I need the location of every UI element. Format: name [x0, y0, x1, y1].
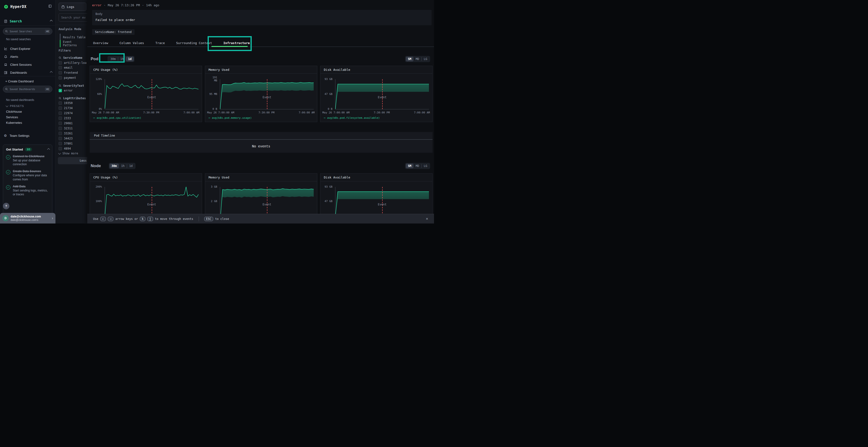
- range-1d-button[interactable]: 1d: [127, 164, 135, 168]
- checkbox[interactable]: [59, 127, 62, 130]
- filter-option[interactable]: 37801: [59, 142, 72, 145]
- less-filters-button[interactable]: Less fil: [58, 157, 87, 164]
- checkbox[interactable]: [59, 106, 62, 110]
- range-30m-button[interactable]: 30m: [110, 164, 119, 168]
- tab-surrounding-context[interactable]: Surrounding Context: [176, 41, 212, 45]
- y-tick-label: 100%: [90, 200, 102, 203]
- get-started-item[interactable]: ✓ Add Data Start sending logs, metrics, …: [6, 185, 49, 196]
- range-1h-button[interactable]: 1h: [118, 57, 126, 61]
- sidebar-item-alerts[interactable]: Alerts: [4, 54, 52, 60]
- saved-dashboards-input[interactable]: Saved Dashboards ⌘K: [3, 86, 52, 93]
- filter-option[interactable]: 29081: [59, 122, 72, 125]
- size-lg-button[interactable]: LG: [422, 57, 429, 61]
- sidebar-item-chart-explorer[interactable]: Chart Explorer: [4, 46, 52, 51]
- saved-searches-input[interactable]: Saved Searches ⌘K: [3, 28, 52, 35]
- filter-option[interactable]: artillery-loa: [59, 61, 87, 65]
- range-1h-button[interactable]: 1h: [119, 164, 127, 168]
- hint-text: to move through events: [155, 217, 193, 220]
- get-started-item[interactable]: ✓ Connect to ClickHouse Set up your data…: [6, 154, 49, 166]
- filter-option[interactable]: 33261: [59, 132, 72, 135]
- user-account-button[interactable]: D dale@clickhouse.com dale@clickhouse.co…: [0, 213, 56, 224]
- size-lg-button[interactable]: LG: [422, 164, 429, 168]
- size-sm-button[interactable]: SM: [406, 164, 413, 168]
- node-size-control: SM MD LG: [405, 162, 430, 170]
- tab-overview[interactable]: Overview: [93, 41, 108, 45]
- tab-trace[interactable]: Trace: [155, 41, 165, 45]
- service-tag-chip[interactable]: ServiceName: frontend: [92, 29, 134, 35]
- checkbox[interactable]: [59, 111, 62, 115]
- collapse-sidebar-icon[interactable]: [48, 4, 52, 9]
- chevron-right-icon: ›: [52, 216, 53, 220]
- arrow-right-key: →: [108, 217, 113, 221]
- sidebar-item-client-sessions[interactable]: Client Sessions: [4, 62, 52, 67]
- create-dashboard-link[interactable]: + Create Dashboard: [5, 79, 33, 83]
- size-sm-button[interactable]: SM: [406, 57, 413, 61]
- active-tab-underline: [212, 46, 248, 47]
- preset-clickhouse[interactable]: ClickHouse: [6, 110, 22, 113]
- journal-icon: [4, 20, 7, 23]
- checkbox[interactable]: [59, 71, 62, 74]
- x-tick-label: May 26 7:00:00 AM: [207, 111, 235, 114]
- show-more-toggle[interactable]: Show more: [59, 152, 78, 155]
- event-search-input[interactable]: Search your ev: [59, 13, 87, 22]
- checkbox[interactable]: [59, 76, 62, 79]
- legend-label: avg(k8s.pod.filesystem.available): [327, 116, 380, 119]
- tab-column-values[interactable]: Column Values: [120, 41, 144, 45]
- sidebar-item-dashboards[interactable]: Dashboards: [4, 70, 52, 75]
- sidebar-item-search[interactable]: Search: [4, 19, 52, 23]
- size-md-button[interactable]: MD: [413, 164, 421, 168]
- filter-option[interactable]: 2333: [59, 116, 71, 120]
- mode-event-patterns[interactable]: Event Patterns: [60, 40, 87, 47]
- checkbox[interactable]: [59, 137, 62, 140]
- chart-plot-pod-memory: 191 MB95 MB0 BEvent: [220, 79, 314, 109]
- checkbox[interactable]: [59, 142, 62, 145]
- filter-option[interactable]: 21734: [59, 106, 72, 110]
- filter-option[interactable]: frontend: [59, 71, 78, 74]
- filter-option[interactable]: email: [59, 66, 72, 69]
- filter-option[interactable]: payment: [59, 76, 76, 79]
- search-icon: [59, 84, 61, 87]
- esc-key: ESC: [204, 217, 213, 221]
- filter-option[interactable]: 19350: [59, 101, 72, 105]
- filter-option[interactable]: 32311: [59, 127, 72, 130]
- x-tick-label: May 26 7:00:00 AM: [92, 111, 119, 114]
- range-1d-button[interactable]: 1d: [126, 57, 133, 61]
- presets-toggle[interactable]: PRESETS: [6, 105, 24, 107]
- filter-option[interactable]: 34423: [59, 137, 72, 140]
- size-md-button[interactable]: MD: [413, 57, 421, 61]
- checkbox[interactable]: [59, 132, 62, 135]
- filter-label: 34423: [64, 137, 72, 140]
- facet-logattributes[interactable]: LogAttributes: [59, 97, 86, 100]
- close-icon[interactable]: ×: [426, 216, 428, 221]
- x-axis-line: [105, 109, 198, 109]
- facet-servicename[interactable]: ServiceName: [59, 56, 82, 60]
- filter-label: artillery-loa: [64, 61, 87, 65]
- y-tick-label: 3 GB: [205, 185, 217, 188]
- checkbox[interactable]: [59, 61, 62, 65]
- chart-title: CPU Usage (%): [90, 66, 202, 74]
- checkbox[interactable]: [59, 147, 62, 150]
- filter-option[interactable]: 4894: [59, 147, 71, 150]
- get-started-item[interactable]: ✓ Create Data Sources Configure where yo…: [6, 170, 49, 181]
- sidebar-item-team-settings[interactable]: ⚙ Team Settings: [4, 133, 52, 138]
- filter-option-error[interactable]: ✓error: [59, 89, 72, 92]
- chevron-up-icon[interactable]: [50, 71, 53, 74]
- facet-severitytext[interactable]: SeverityText: [59, 84, 84, 88]
- chevron-up-icon[interactable]: [47, 148, 50, 151]
- checkbox[interactable]: [59, 101, 62, 105]
- range-30m-button[interactable]: 30m: [108, 57, 118, 61]
- help-button[interactable]: ?: [3, 203, 9, 209]
- search-icon: [59, 97, 61, 100]
- preset-services[interactable]: Services: [6, 115, 18, 119]
- saved-searches-placeholder: Saved Searches: [10, 30, 32, 33]
- tab-infrastructure[interactable]: Infrastructure: [223, 41, 250, 45]
- filter-option[interactable]: 22974: [59, 111, 72, 115]
- chevron-up-icon[interactable]: [50, 20, 53, 23]
- checkbox[interactable]: [59, 116, 62, 120]
- checkbox[interactable]: [59, 122, 62, 125]
- checkbox[interactable]: [59, 66, 62, 69]
- checkbox-checked[interactable]: ✓: [59, 89, 62, 92]
- divider: [0, 76, 55, 76]
- source-selector-button[interactable]: Logs: [59, 3, 86, 11]
- preset-kubernetes[interactable]: Kubernetes: [6, 121, 22, 125]
